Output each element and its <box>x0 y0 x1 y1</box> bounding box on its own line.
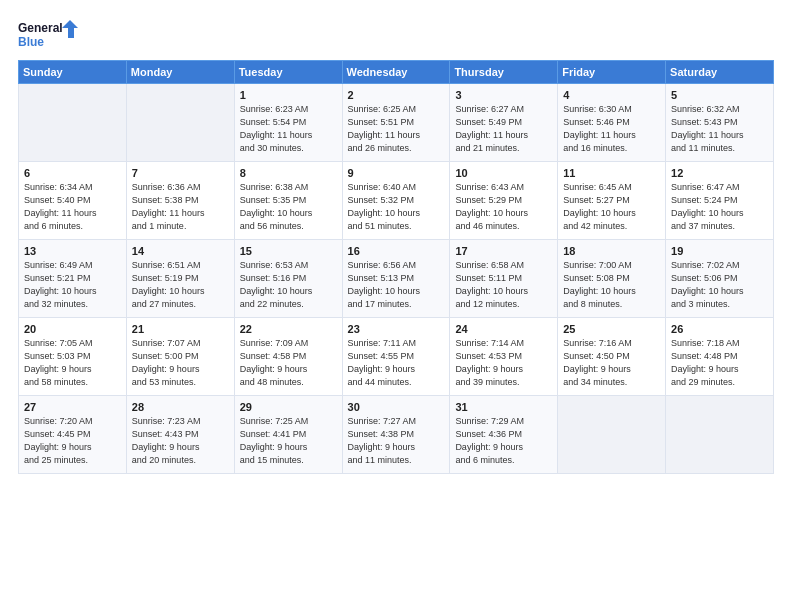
calendar-cell: 13Sunrise: 6:49 AM Sunset: 5:21 PM Dayli… <box>19 240 127 318</box>
day-number: 31 <box>455 401 552 413</box>
calendar-cell: 3Sunrise: 6:27 AM Sunset: 5:49 PM Daylig… <box>450 84 558 162</box>
weekday-header-row: SundayMondayTuesdayWednesdayThursdayFrid… <box>19 61 774 84</box>
calendar-cell: 6Sunrise: 6:34 AM Sunset: 5:40 PM Daylig… <box>19 162 127 240</box>
svg-text:Blue: Blue <box>18 35 44 49</box>
day-detail: Sunrise: 6:38 AM Sunset: 5:35 PM Dayligh… <box>240 181 337 233</box>
calendar-table: SundayMondayTuesdayWednesdayThursdayFrid… <box>18 60 774 474</box>
day-detail: Sunrise: 6:58 AM Sunset: 5:11 PM Dayligh… <box>455 259 552 311</box>
weekday-header-monday: Monday <box>126 61 234 84</box>
weekday-header-tuesday: Tuesday <box>234 61 342 84</box>
calendar-cell: 26Sunrise: 7:18 AM Sunset: 4:48 PM Dayli… <box>666 318 774 396</box>
day-number: 11 <box>563 167 660 179</box>
calendar-cell <box>19 84 127 162</box>
day-detail: Sunrise: 6:49 AM Sunset: 5:21 PM Dayligh… <box>24 259 121 311</box>
calendar-cell: 7Sunrise: 6:36 AM Sunset: 5:38 PM Daylig… <box>126 162 234 240</box>
calendar-week-row: 6Sunrise: 6:34 AM Sunset: 5:40 PM Daylig… <box>19 162 774 240</box>
logo-svg: General Blue <box>18 18 78 50</box>
calendar-cell: 4Sunrise: 6:30 AM Sunset: 5:46 PM Daylig… <box>558 84 666 162</box>
day-number: 18 <box>563 245 660 257</box>
calendar-cell: 21Sunrise: 7:07 AM Sunset: 5:00 PM Dayli… <box>126 318 234 396</box>
day-detail: Sunrise: 6:34 AM Sunset: 5:40 PM Dayligh… <box>24 181 121 233</box>
day-number: 8 <box>240 167 337 179</box>
day-number: 19 <box>671 245 768 257</box>
day-detail: Sunrise: 6:53 AM Sunset: 5:16 PM Dayligh… <box>240 259 337 311</box>
calendar-cell: 25Sunrise: 7:16 AM Sunset: 4:50 PM Dayli… <box>558 318 666 396</box>
weekday-header-saturday: Saturday <box>666 61 774 84</box>
calendar-cell: 9Sunrise: 6:40 AM Sunset: 5:32 PM Daylig… <box>342 162 450 240</box>
calendar-cell: 22Sunrise: 7:09 AM Sunset: 4:58 PM Dayli… <box>234 318 342 396</box>
day-number: 14 <box>132 245 229 257</box>
day-detail: Sunrise: 6:56 AM Sunset: 5:13 PM Dayligh… <box>348 259 445 311</box>
day-detail: Sunrise: 7:23 AM Sunset: 4:43 PM Dayligh… <box>132 415 229 467</box>
day-number: 25 <box>563 323 660 335</box>
calendar-cell: 23Sunrise: 7:11 AM Sunset: 4:55 PM Dayli… <box>342 318 450 396</box>
day-number: 10 <box>455 167 552 179</box>
day-number: 1 <box>240 89 337 101</box>
day-number: 28 <box>132 401 229 413</box>
day-detail: Sunrise: 6:51 AM Sunset: 5:19 PM Dayligh… <box>132 259 229 311</box>
calendar-cell: 2Sunrise: 6:25 AM Sunset: 5:51 PM Daylig… <box>342 84 450 162</box>
day-detail: Sunrise: 7:07 AM Sunset: 5:00 PM Dayligh… <box>132 337 229 389</box>
day-number: 23 <box>348 323 445 335</box>
day-detail: Sunrise: 6:27 AM Sunset: 5:49 PM Dayligh… <box>455 103 552 155</box>
day-number: 4 <box>563 89 660 101</box>
calendar-cell: 19Sunrise: 7:02 AM Sunset: 5:06 PM Dayli… <box>666 240 774 318</box>
calendar-cell: 14Sunrise: 6:51 AM Sunset: 5:19 PM Dayli… <box>126 240 234 318</box>
day-detail: Sunrise: 6:25 AM Sunset: 5:51 PM Dayligh… <box>348 103 445 155</box>
day-number: 3 <box>455 89 552 101</box>
calendar-cell: 28Sunrise: 7:23 AM Sunset: 4:43 PM Dayli… <box>126 396 234 474</box>
calendar-cell: 30Sunrise: 7:27 AM Sunset: 4:38 PM Dayli… <box>342 396 450 474</box>
day-detail: Sunrise: 6:32 AM Sunset: 5:43 PM Dayligh… <box>671 103 768 155</box>
calendar-cell: 27Sunrise: 7:20 AM Sunset: 4:45 PM Dayli… <box>19 396 127 474</box>
day-detail: Sunrise: 7:27 AM Sunset: 4:38 PM Dayligh… <box>348 415 445 467</box>
calendar-cell: 29Sunrise: 7:25 AM Sunset: 4:41 PM Dayli… <box>234 396 342 474</box>
day-number: 9 <box>348 167 445 179</box>
calendar-cell: 8Sunrise: 6:38 AM Sunset: 5:35 PM Daylig… <box>234 162 342 240</box>
day-number: 29 <box>240 401 337 413</box>
day-number: 13 <box>24 245 121 257</box>
calendar-cell: 31Sunrise: 7:29 AM Sunset: 4:36 PM Dayli… <box>450 396 558 474</box>
calendar-cell <box>666 396 774 474</box>
day-number: 22 <box>240 323 337 335</box>
calendar-cell: 11Sunrise: 6:45 AM Sunset: 5:27 PM Dayli… <box>558 162 666 240</box>
day-number: 17 <box>455 245 552 257</box>
day-number: 12 <box>671 167 768 179</box>
calendar-week-row: 1Sunrise: 6:23 AM Sunset: 5:54 PM Daylig… <box>19 84 774 162</box>
day-number: 6 <box>24 167 121 179</box>
day-number: 16 <box>348 245 445 257</box>
calendar-cell: 20Sunrise: 7:05 AM Sunset: 5:03 PM Dayli… <box>19 318 127 396</box>
calendar-week-row: 20Sunrise: 7:05 AM Sunset: 5:03 PM Dayli… <box>19 318 774 396</box>
day-detail: Sunrise: 7:00 AM Sunset: 5:08 PM Dayligh… <box>563 259 660 311</box>
calendar-cell: 18Sunrise: 7:00 AM Sunset: 5:08 PM Dayli… <box>558 240 666 318</box>
svg-marker-2 <box>62 20 78 38</box>
day-detail: Sunrise: 7:09 AM Sunset: 4:58 PM Dayligh… <box>240 337 337 389</box>
day-number: 27 <box>24 401 121 413</box>
weekday-header-friday: Friday <box>558 61 666 84</box>
day-detail: Sunrise: 7:25 AM Sunset: 4:41 PM Dayligh… <box>240 415 337 467</box>
day-number: 26 <box>671 323 768 335</box>
day-number: 5 <box>671 89 768 101</box>
day-number: 24 <box>455 323 552 335</box>
day-number: 15 <box>240 245 337 257</box>
day-detail: Sunrise: 7:02 AM Sunset: 5:06 PM Dayligh… <box>671 259 768 311</box>
calendar-cell <box>558 396 666 474</box>
day-detail: Sunrise: 7:29 AM Sunset: 4:36 PM Dayligh… <box>455 415 552 467</box>
page: General Blue SundayMondayTuesdayWednesda… <box>0 0 792 612</box>
day-detail: Sunrise: 7:11 AM Sunset: 4:55 PM Dayligh… <box>348 337 445 389</box>
calendar-cell <box>126 84 234 162</box>
day-number: 2 <box>348 89 445 101</box>
calendar-cell: 17Sunrise: 6:58 AM Sunset: 5:11 PM Dayli… <box>450 240 558 318</box>
calendar-cell: 10Sunrise: 6:43 AM Sunset: 5:29 PM Dayli… <box>450 162 558 240</box>
logo: General Blue <box>18 18 78 50</box>
day-detail: Sunrise: 7:14 AM Sunset: 4:53 PM Dayligh… <box>455 337 552 389</box>
day-detail: Sunrise: 6:23 AM Sunset: 5:54 PM Dayligh… <box>240 103 337 155</box>
calendar-cell: 15Sunrise: 6:53 AM Sunset: 5:16 PM Dayli… <box>234 240 342 318</box>
day-detail: Sunrise: 6:47 AM Sunset: 5:24 PM Dayligh… <box>671 181 768 233</box>
calendar-cell: 16Sunrise: 6:56 AM Sunset: 5:13 PM Dayli… <box>342 240 450 318</box>
day-number: 30 <box>348 401 445 413</box>
day-detail: Sunrise: 7:16 AM Sunset: 4:50 PM Dayligh… <box>563 337 660 389</box>
calendar-cell: 1Sunrise: 6:23 AM Sunset: 5:54 PM Daylig… <box>234 84 342 162</box>
calendar-cell: 5Sunrise: 6:32 AM Sunset: 5:43 PM Daylig… <box>666 84 774 162</box>
day-number: 20 <box>24 323 121 335</box>
day-detail: Sunrise: 6:45 AM Sunset: 5:27 PM Dayligh… <box>563 181 660 233</box>
